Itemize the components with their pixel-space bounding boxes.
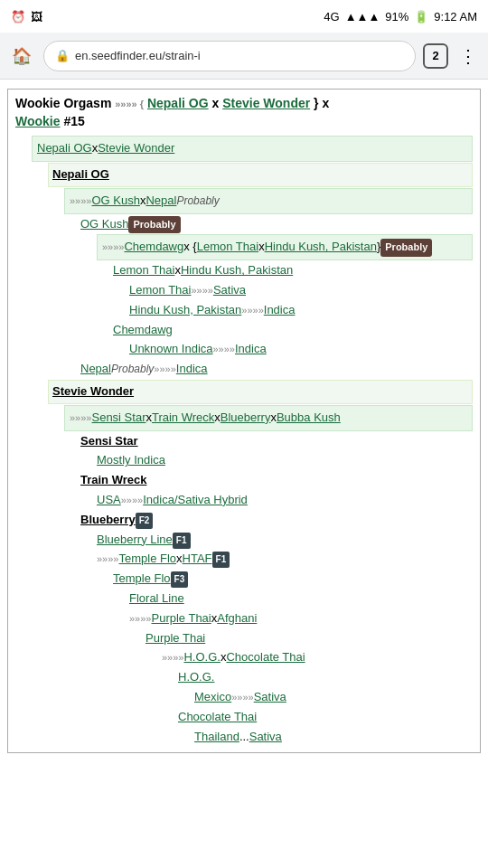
lemon-thai-link1[interactable]: Lemon Thai: [197, 238, 258, 257]
probably1: Probably: [176, 193, 219, 210]
hindu-kush-pak-link2[interactable]: Hindu Kush, Pakistan: [181, 261, 293, 280]
status-bar: ⏰ 🖼 4G ▲▲▲ 91% 🔋 9:12 AM: [0, 0, 488, 33]
image-icon: 🖼: [31, 10, 42, 24]
nepali-og-title-link[interactable]: Nepali OG: [147, 96, 209, 110]
lemon-thai-hindu-subtree: Lemon Thai x Hindu Kush, Pakistan Lemon …: [97, 261, 473, 359]
hog-row: H.O.G.: [178, 668, 473, 687]
hog-link1[interactable]: H.O.G.: [183, 648, 220, 667]
sensi-star-content: Mostly Indica: [80, 451, 473, 470]
title-x1: x: [212, 96, 223, 110]
chocolate-thai-link1[interactable]: Chocolate Thai: [226, 648, 305, 667]
clock: 9:12 AM: [434, 10, 477, 24]
ogkush-probably-row: OG Kush Probably: [80, 215, 473, 234]
wookie-link[interactable]: Wookie: [15, 114, 61, 128]
usa-link[interactable]: USA: [97, 491, 121, 510]
alarm-icon: ⏰: [11, 10, 25, 24]
arrows1: »»»»: [70, 193, 91, 210]
home-button[interactable]: 🏠: [7, 42, 36, 71]
browser-bar: 🏠 🔒 en.seedfinder.eu/strain-i 2 ⋮: [0, 33, 488, 80]
purple-thai-row: Purple Thai: [145, 629, 473, 648]
hog-link2[interactable]: H.O.G.: [178, 668, 214, 687]
stevie-wonder-title-link[interactable]: Stevie Wonder: [222, 96, 310, 110]
probably-badge1: Probably: [128, 216, 180, 234]
nepali-og-link[interactable]: Nepali OG: [37, 139, 92, 158]
nepal-link1[interactable]: Nepal: [145, 192, 176, 211]
sensi-star-row: Sensi Star: [80, 432, 473, 451]
mostly-indica-link[interactable]: Mostly Indica: [97, 451, 165, 470]
train-wreck-row: Train Wreck: [80, 471, 473, 490]
sensi-star-link2[interactable]: Sensi Star: [80, 432, 138, 451]
og-kush-probably-link[interactable]: OG Kush: [80, 215, 128, 234]
temple-flo-link1[interactable]: Temple Flo: [118, 550, 176, 569]
battery-icon: 🔋: [414, 10, 428, 24]
sativa-link1[interactable]: Sativa: [213, 281, 246, 300]
lock-icon: 🔒: [55, 49, 70, 62]
title-num: #15: [63, 114, 84, 128]
chemdawg-link[interactable]: Chemdawg: [124, 238, 183, 257]
purple-thai-content: »»»» H.O.G. x Chocolate Thai: [145, 648, 473, 746]
chemdawg-link2[interactable]: Chemdawg: [113, 321, 173, 340]
train-wreck-link2[interactable]: Train Wreck: [80, 471, 146, 490]
bubba-kush-link1[interactable]: Bubba Kush: [277, 409, 341, 428]
sativa-link3[interactable]: Sativa: [249, 728, 282, 747]
blueberry-content: Blueberry Line F1 »»»» Temple Flo x HTAF…: [80, 531, 473, 747]
nepali-og-content: »»»» OG Kush x Nepal Probably OG Kush Pr…: [48, 188, 473, 379]
lemon-thai-link2[interactable]: Lemon Thai: [113, 261, 174, 280]
nepali-og-header-link[interactable]: Nepali OG: [52, 165, 109, 184]
og-kush-link[interactable]: OG Kush: [91, 192, 139, 211]
chocolate-thai-link2[interactable]: Chocolate Thai: [178, 708, 257, 727]
htaf-link[interactable]: HTAF: [183, 550, 212, 569]
sensi-star-subtree: Sensi Star Mostly Indica Train Wreck: [64, 432, 473, 747]
url-bar[interactable]: 🔒 en.seedfinder.eu/strain-i: [43, 41, 416, 71]
thailand-link[interactable]: Thailand: [194, 728, 239, 747]
bars-icon: ▲▲▲: [345, 10, 380, 24]
blueberry-link2[interactable]: Blueberry: [80, 511, 136, 530]
nepal-link2[interactable]: Nepal: [80, 360, 111, 379]
chocolate-thai-row: Chocolate Thai: [178, 708, 473, 727]
ogkush-nepal-row: »»»» OG Kush x Nepal Probably: [64, 188, 473, 214]
temple-flo-htaf-row: »»»» Temple Flo x HTAF F1: [97, 550, 473, 569]
stevie-wonder-link[interactable]: Stevie Wonder: [98, 139, 174, 158]
page-content: Wookie Orgasm »»»» { Nepali OG x Stevie …: [0, 80, 488, 762]
nepali-og-stevie-wonder-row: Nepali OG x Stevie Wonder: [32, 136, 473, 162]
train-wreck-link1[interactable]: Train Wreck: [152, 409, 214, 428]
mexico-sativa-row: Mexico »»»» Sativa: [194, 688, 473, 707]
lemon-thai-sativa-row: Lemon Thai »»»» Sativa: [129, 281, 473, 300]
indica-sativa-hybrid-link[interactable]: Indica/Sativa Hybrid: [143, 491, 248, 510]
blueberry-link1[interactable]: Blueberry: [221, 409, 271, 428]
floral-line-link[interactable]: Floral Line: [129, 590, 184, 609]
f2-badge: F2: [136, 513, 154, 529]
temple-flo-subtree: Temple Flo F3 Floral Line: [97, 570, 473, 746]
hindu-kush-pak-link1[interactable]: Hindu Kush, Pakistan: [265, 238, 377, 257]
lemon-thai-link3[interactable]: Lemon Thai: [129, 281, 191, 300]
level1-nepali-stevie: Nepali OG x Stevie Wonder Nepali OG »»»»…: [15, 136, 473, 746]
purple-thai-link2[interactable]: Purple Thai: [145, 629, 205, 648]
mostly-indica-row: Mostly Indica: [97, 451, 473, 470]
blueberry-line-row: Blueberry Line F1: [97, 531, 473, 550]
browser-menu-button[interactable]: ⋮: [455, 42, 481, 71]
sensi-star-link1[interactable]: Sensi Star: [91, 409, 145, 428]
purple-thai-link1[interactable]: Purple Thai: [151, 609, 211, 628]
mexico-link[interactable]: Mexico: [194, 688, 231, 707]
stevie-wonder-header-link[interactable]: Stevie Wonder: [52, 382, 134, 401]
purple-thai-subtree: Purple Thai »»»» H.O.G. x: [129, 629, 473, 747]
unknown-indica-link[interactable]: Unknown Indica: [129, 340, 213, 359]
indica-link3[interactable]: Indica: [176, 360, 208, 379]
indica-link1[interactable]: Indica: [264, 301, 296, 320]
indica-link2[interactable]: Indica: [235, 340, 267, 359]
tab-count-button[interactable]: 2: [423, 43, 448, 69]
strain-tree-box: Wookie Orgasm »»»» { Nepali OG x Stevie …: [7, 89, 481, 753]
status-icons-left: ⏰ 🖼: [11, 10, 42, 24]
hog-chocolate-row: »»»» H.O.G. x Chocolate Thai: [162, 648, 473, 667]
hindu-kush-pak-link3[interactable]: Hindu Kush, Pakistan: [129, 301, 241, 320]
f1-badge2: F1: [212, 552, 230, 568]
blueberry-line-link[interactable]: Blueberry Line: [97, 531, 173, 550]
usa-indica-sativa-row: USA »»»» Indica/Sativa Hybrid: [97, 491, 473, 510]
unknown-indica-row: Unknown Indica »»»» Indica: [129, 340, 473, 359]
sativa-link2[interactable]: Sativa: [254, 688, 286, 707]
chemdawg-subtree: Unknown Indica »»»» Indica: [113, 340, 473, 359]
afghani-link[interactable]: Afghani: [217, 609, 257, 628]
hog-content: Mexico »»»» Sativa: [178, 688, 473, 707]
nepal-indica-row: Nepal Probably »»»» Indica: [80, 360, 473, 379]
temple-flo-link2[interactable]: Temple Flo: [113, 570, 171, 589]
